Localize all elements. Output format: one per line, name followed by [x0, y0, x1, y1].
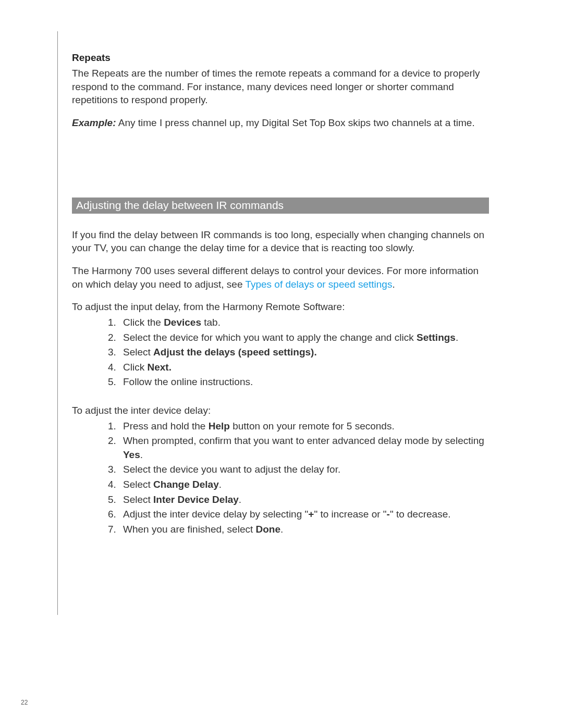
repeats-example: Example: Any time I press channel up, my… [72, 116, 490, 130]
step-bold: Change Delay [153, 479, 219, 490]
step-bold: Inter Device Delay [153, 494, 239, 505]
list-item: When you are finished, select Done. [119, 523, 490, 537]
example-text: Any time I press channel up, my Digital … [116, 117, 474, 128]
step-bold: Adjust the delays (speed settings). [153, 347, 317, 357]
list-item: When prompted, confirm that you want to … [119, 434, 490, 462]
list-item: Click the Devices tab. [119, 316, 490, 330]
step-text: " to increase or " [314, 509, 386, 520]
step-text: . [140, 449, 143, 460]
step-text: Press and hold the [123, 421, 209, 431]
step-text: Adjust the inter device delay by selecti… [123, 509, 308, 520]
step-text: " to decrease. [390, 509, 451, 520]
step-text: When prompted, confirm that you want to … [123, 435, 484, 446]
para2-post: . [392, 279, 395, 290]
list-item: Select Inter Device Delay. [119, 493, 490, 507]
step-bold: Yes [123, 449, 140, 460]
list-item: Select Change Delay. [119, 478, 490, 492]
page-number: 22 [21, 699, 28, 706]
step-text: Select the device for which you want to … [123, 332, 417, 343]
step-text: tab. [201, 317, 221, 328]
step-text: . [239, 494, 241, 505]
input-delay-steps: Click the Devices tab. Select the device… [119, 316, 490, 389]
section-para-1: If you find the delay between IR command… [72, 228, 490, 255]
page-content: Repeats The Repeats are the number of ti… [57, 31, 490, 551]
repeats-paragraph: The Repeats are the number of times the … [72, 67, 490, 107]
step-bold: + [308, 509, 314, 520]
step-bold: Devices [164, 317, 201, 328]
step-bold: Help [209, 421, 230, 431]
step-text: button on your remote for 5 seconds. [230, 421, 395, 431]
step-text: . [280, 524, 283, 535]
repeats-heading: Repeats [72, 52, 490, 64]
inter-delay-intro: To adjust the inter device delay: [72, 404, 490, 417]
list-item: Adjust the inter device delay by selecti… [119, 508, 490, 522]
list-item: Select the device you want to adjust the… [119, 463, 490, 477]
list-item: Follow the online instructions. [119, 375, 490, 389]
step-text: Select [123, 479, 153, 490]
step-text: Select [123, 494, 153, 505]
step-text: . [456, 332, 458, 343]
step-text: Select [123, 347, 153, 357]
types-of-delays-link[interactable]: Types of delays or speed settings [245, 279, 392, 290]
step-text: Click [123, 362, 147, 373]
list-item: Press and hold the Help button on your r… [119, 419, 490, 434]
section-para-2: The Harmony 700 uses several different d… [72, 264, 490, 291]
list-item: Select Adjust the delays (speed settings… [119, 346, 490, 360]
step-bold: Settings [417, 332, 456, 343]
step-text: Click the [123, 317, 164, 328]
step-text: When you are finished, select [123, 524, 256, 535]
step-text: . [219, 479, 222, 490]
example-label: Example: [72, 117, 116, 128]
step-bold: Done [256, 524, 281, 535]
list-item: Select the device for which you want to … [119, 331, 490, 345]
list-item: Click Next. [119, 361, 490, 375]
section-heading-bar: Adjusting the delay between IR commands [72, 198, 489, 214]
inter-delay-steps: Press and hold the Help button on your r… [119, 419, 490, 537]
step-bold: Next. [147, 362, 171, 373]
input-delay-intro: To adjust the input delay, from the Harm… [72, 300, 490, 314]
